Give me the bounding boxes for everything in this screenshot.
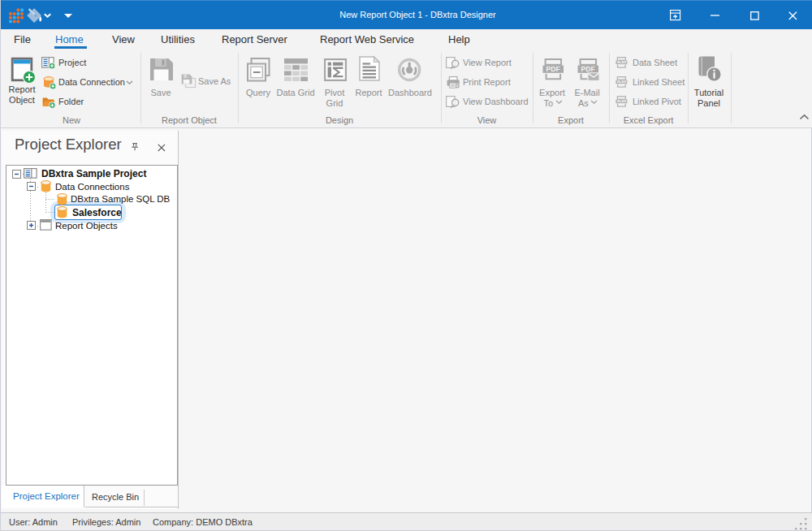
svg-text:XLSX: XLSX [617, 80, 627, 84]
svg-text:XLSX: XLSX [617, 60, 627, 64]
svg-text:PDF: PDF [581, 65, 595, 73]
svg-text:PDF: PDF [546, 65, 560, 73]
svg-text:XLSX: XLSX [617, 99, 627, 103]
